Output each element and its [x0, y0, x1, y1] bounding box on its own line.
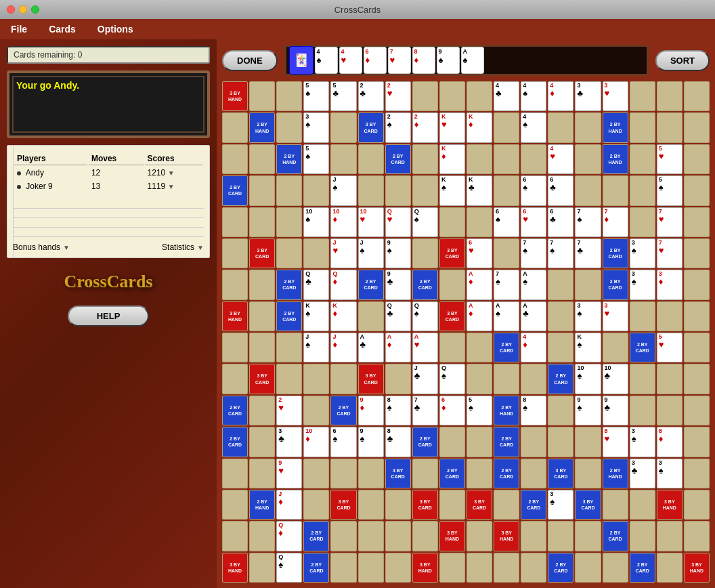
grid-cell[interactable]: 5♠ [303, 81, 329, 111]
grid-cell[interactable] [249, 521, 275, 551]
grid-cell[interactable]: 7♥ [657, 207, 682, 237]
grid-cell[interactable] [467, 144, 492, 174]
hand-card-7h[interactable]: 7 ♥ [388, 47, 411, 74]
grid-cell[interactable]: 7♠ [575, 207, 601, 237]
grid-cell[interactable] [222, 364, 248, 394]
grid-cell[interactable] [249, 301, 275, 331]
grid-cell[interactable] [330, 144, 356, 174]
grid-cell[interactable] [575, 459, 601, 488]
grid-cell[interactable]: 5♥ [657, 144, 682, 174]
grid-cell[interactable]: 3 BY CARD [358, 364, 384, 394]
grid-cell[interactable]: A♣ [358, 333, 384, 362]
grid-cell[interactable] [249, 81, 275, 111]
minimize-button[interactable] [19, 5, 27, 14]
grid-cell[interactable] [684, 490, 710, 520]
grid-cell[interactable] [657, 553, 682, 583]
grid-cell[interactable] [222, 459, 248, 488]
grid-cell[interactable]: 3 BY HAND [439, 521, 465, 551]
grid-cell[interactable]: 2 BY CARD [330, 396, 356, 425]
grid-cell[interactable]: 6♠ [494, 207, 519, 237]
grid-cell[interactable]: 2 BY CARD [630, 553, 655, 583]
grid-cell[interactable] [684, 207, 710, 237]
grid-cell[interactable] [684, 112, 710, 142]
grid-cell[interactable]: J♥ [330, 238, 356, 268]
grid-cell[interactable]: Q♦ [276, 521, 302, 551]
grid-cell[interactable] [276, 81, 302, 111]
grid-cell[interactable] [521, 144, 546, 174]
grid-cell[interactable] [467, 553, 492, 583]
grid-cell[interactable]: 3 BY CARD [249, 364, 275, 394]
grid-cell[interactable]: K♣ [467, 175, 492, 205]
grid-cell[interactable]: Q♦ [330, 270, 356, 299]
grid-cell[interactable] [249, 207, 275, 237]
grid-cell[interactable] [548, 521, 573, 551]
grid-cell[interactable] [548, 396, 573, 425]
grid-cell[interactable] [222, 112, 248, 142]
grid-cell[interactable]: 9♣ [385, 270, 411, 299]
grid-cell[interactable]: 4♦ [521, 333, 546, 362]
grid-cell[interactable]: 10♠ [303, 207, 329, 237]
grid-cell[interactable]: J♣ [412, 364, 438, 394]
grid-cell[interactable]: 9♦ [358, 396, 384, 425]
hand-card-as[interactable]: A ♠ [461, 47, 484, 74]
grid-cell[interactable]: 6♣ [548, 175, 573, 205]
grid-cell[interactable]: 3 BY CARD [330, 490, 356, 520]
grid-cell[interactable]: 10♣ [603, 364, 628, 394]
grid-cell[interactable] [412, 81, 438, 111]
grid-cell[interactable]: 2 BY CARD [385, 144, 411, 174]
grid-cell[interactable]: 7♠ [548, 238, 573, 268]
grid-cell[interactable] [249, 175, 275, 205]
grid-cell[interactable] [575, 144, 601, 174]
grid-cell[interactable] [575, 270, 601, 299]
grid-cell[interactable]: 9♣ [603, 396, 628, 425]
grid-cell[interactable] [303, 364, 329, 394]
grid-cell[interactable] [630, 112, 655, 142]
grid-cell[interactable] [249, 396, 275, 425]
hand-card-4h[interactable]: 4 ♥ [339, 47, 362, 74]
grid-cell[interactable]: 2 BY CARD [548, 364, 573, 394]
grid-cell[interactable]: 2 BY CARD [630, 333, 655, 362]
grid-cell[interactable]: 3 BY HAND [222, 553, 248, 583]
grid-cell[interactable]: A♦ [385, 333, 411, 362]
grid-cell[interactable]: 8♠ [385, 396, 411, 425]
grid-cell[interactable]: 2 BY CARD [494, 333, 519, 362]
grid-cell[interactable] [276, 112, 302, 142]
grid-cell[interactable] [276, 207, 302, 237]
grid-cell[interactable] [249, 270, 275, 299]
grid-cell[interactable]: 6♦ [439, 396, 465, 425]
grid-cell[interactable]: 5♥ [657, 333, 682, 362]
grid-cell[interactable] [358, 175, 384, 205]
grid-cell[interactable]: 7♦ [603, 207, 628, 237]
grid-cell[interactable] [684, 144, 710, 174]
grid-cell[interactable] [222, 490, 248, 520]
grid-cell[interactable] [494, 490, 519, 520]
grid-cell[interactable] [385, 490, 411, 520]
grid-cell[interactable]: 2 BY CARD [276, 301, 302, 331]
grid-cell[interactable]: 2 BY CARD [521, 490, 546, 520]
grid-cell[interactable]: 3♦ [657, 270, 682, 299]
grid-cell[interactable]: J♦ [276, 490, 302, 520]
grid-cell[interactable]: Q♣ [385, 301, 411, 331]
grid-cell[interactable]: 2 BY HAND [603, 459, 628, 488]
grid-cell[interactable] [657, 396, 682, 425]
grid-cell[interactable]: 2 BY CARD [439, 459, 465, 488]
grid-cell[interactable]: 4♣ [494, 81, 519, 111]
grid-cell[interactable]: 2 BY CARD [603, 521, 628, 551]
grid-cell[interactable] [303, 396, 329, 425]
grid-cell[interactable]: J♠ [330, 175, 356, 205]
grid-cell[interactable] [467, 364, 492, 394]
grid-cell[interactable]: K♦ [467, 112, 492, 142]
grid-cell[interactable]: 6♥ [467, 238, 492, 268]
grid-cell[interactable] [303, 459, 329, 488]
grid-cell[interactable] [657, 112, 682, 142]
grid-cell[interactable] [630, 207, 655, 237]
grid-cell[interactable]: 3♠ [630, 270, 655, 299]
grid-cell[interactable] [222, 207, 248, 237]
grid-cell[interactable] [603, 333, 628, 362]
grid-cell[interactable] [439, 490, 465, 520]
grid-cell[interactable]: 2♠ [385, 112, 411, 142]
grid-cell[interactable]: 8♣ [385, 427, 411, 457]
grid-cell[interactable] [385, 521, 411, 551]
grid-cell[interactable] [467, 427, 492, 457]
grid-cell[interactable] [684, 521, 710, 551]
